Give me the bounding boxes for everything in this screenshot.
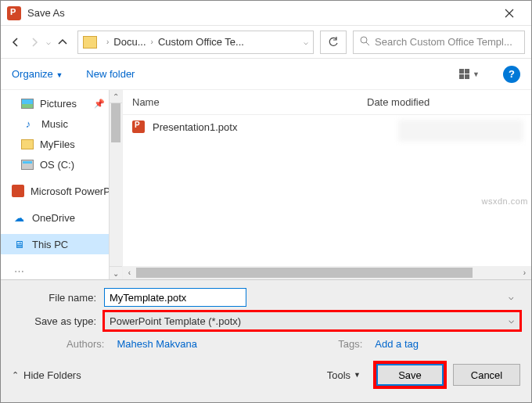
sidebar-item-label: Pictures	[40, 98, 77, 110]
search-icon	[360, 36, 370, 49]
navigation-pane: Pictures📌 ♪Music MyFiles OS (C:) Microso…	[1, 90, 122, 279]
arrow-left-icon	[10, 37, 21, 48]
breadcrumb-seg-2[interactable]: Custom Office Te...	[158, 36, 244, 48]
hide-folders-label: Hide Folders	[23, 369, 81, 381]
sidebar-item-onedrive[interactable]: ☁OneDrive	[1, 207, 122, 228]
sidebar-item-os-c[interactable]: OS (C:)	[1, 154, 122, 175]
file-list-pane: Name Date modified Presentation1.potx ‹ …	[122, 90, 531, 279]
folder-icon	[21, 139, 34, 149]
new-folder-button[interactable]: New folder	[86, 68, 135, 80]
sidebar-item-label: MyFiles	[40, 139, 75, 150]
tags-value[interactable]: Add a tag	[375, 338, 419, 350]
close-icon	[505, 9, 514, 18]
tools-menu[interactable]: Tools ▼	[327, 369, 361, 381]
cancel-button[interactable]: Cancel	[453, 364, 520, 386]
breadcrumb-chevron-icon: ›	[146, 38, 158, 46]
blurred-date	[398, 120, 523, 142]
cloud-icon: ☁	[12, 211, 26, 224]
arrow-up-icon	[57, 37, 68, 48]
sidebar-item-label: Microsoft PowerPo	[31, 185, 116, 197]
music-icon: ♪	[21, 117, 35, 130]
scroll-left-icon[interactable]: ‹	[123, 266, 136, 279]
address-expand-icon[interactable]: ⌵	[304, 38, 308, 46]
help-button[interactable]: ?	[503, 66, 520, 83]
authors-value[interactable]: Mahesh Makvana	[117, 338, 197, 350]
scroll-down-icon[interactable]: ⌄	[110, 266, 122, 279]
sidebar-item-label: Music	[41, 118, 68, 130]
view-grid-icon	[459, 69, 469, 79]
organize-menu[interactable]: Organize ▼	[12, 68, 63, 80]
file-name: Presentation1.potx	[153, 121, 237, 133]
up-button[interactable]	[54, 34, 71, 51]
close-button[interactable]	[494, 1, 525, 26]
sidebar-scrollbar[interactable]: ⌃ ⌄	[109, 90, 122, 279]
folder-icon	[83, 36, 97, 49]
column-name-header[interactable]: Name	[132, 96, 367, 108]
potx-file-icon	[132, 121, 145, 133]
column-date-header[interactable]: Date modified	[367, 96, 430, 108]
sidebar-item-label: OneDrive	[32, 212, 75, 224]
saveastype-label: Save as type:	[12, 315, 104, 327]
disk-icon	[21, 160, 34, 170]
toolbar: Organize ▼ New folder ▼ ?	[1, 59, 531, 90]
saveastype-select[interactable]: PowerPoint Template (*.potx)	[104, 311, 520, 330]
view-options-button[interactable]: ▼	[459, 69, 480, 79]
chevron-down-icon: ▼	[354, 371, 361, 379]
svg-point-0	[361, 37, 367, 43]
network-icon: ⋯	[12, 264, 26, 277]
hscroll-thumb[interactable]	[136, 268, 473, 278]
filename-input[interactable]	[104, 288, 246, 307]
chevron-down-icon: ▼	[473, 70, 480, 78]
watermark: wsxdn.com	[481, 196, 528, 206]
chevron-up-icon: ⌃	[12, 370, 19, 380]
sidebar-item-powerpoint[interactable]: Microsoft PowerPo	[1, 181, 122, 201]
help-icon: ?	[509, 68, 515, 80]
authors-label: Authors:	[66, 338, 104, 350]
search-placeholder: Search Custom Office Templ...	[375, 36, 512, 48]
nav-bar: ⌵ › Docu... › Custom Office Te... ⌵ Sear…	[1, 26, 531, 59]
save-button[interactable]: Save	[376, 364, 444, 386]
sidebar-item-pictures[interactable]: Pictures📌	[1, 93, 122, 113]
address-bar[interactable]: › Docu... › Custom Office Te... ⌵	[77, 31, 314, 54]
sidebar-item-this-pc[interactable]: 🖥This PC	[1, 234, 122, 254]
sidebar-item-label: This PC	[32, 239, 68, 250]
titlebar: Save As	[1, 1, 531, 26]
pc-icon: 🖥	[12, 238, 26, 250]
refresh-button[interactable]	[320, 31, 347, 54]
arrow-right-icon	[29, 37, 40, 48]
scroll-thumb[interactable]	[111, 103, 120, 142]
sidebar-item-network[interactable]: ⋯	[1, 261, 122, 279]
chevron-down-icon: ▼	[56, 71, 63, 79]
pin-icon: 📌	[94, 99, 105, 109]
scroll-right-icon[interactable]: ›	[518, 266, 531, 279]
breadcrumb-chevron-icon: ›	[102, 38, 113, 46]
horizontal-scrollbar[interactable]: ‹ ›	[123, 266, 531, 279]
scroll-up-icon[interactable]: ⌃	[110, 90, 122, 103]
filename-label: File name:	[12, 292, 104, 304]
main-area: Pictures📌 ♪Music MyFiles OS (C:) Microso…	[1, 90, 531, 279]
sidebar-item-myfiles[interactable]: MyFiles	[1, 134, 122, 154]
search-input[interactable]: Search Custom Office Templ...	[353, 31, 525, 54]
powerpoint-icon	[7, 6, 21, 20]
tags-label: Tags:	[338, 338, 362, 350]
sidebar-item-music[interactable]: ♪Music	[1, 113, 122, 134]
pictures-icon	[21, 99, 34, 109]
powerpoint-icon	[12, 185, 24, 197]
recent-locations-dropdown[interactable]: ⌵	[45, 38, 52, 46]
forward-button[interactable]	[26, 34, 43, 51]
form-panel: File name: Save as type: PowerPoint Temp…	[1, 279, 531, 403]
sidebar-item-label: OS (C:)	[40, 159, 74, 171]
back-button[interactable]	[7, 34, 24, 51]
column-headers: Name Date modified	[123, 90, 531, 115]
hide-folders-button[interactable]: ⌃ Hide Folders	[12, 369, 81, 381]
breadcrumb-seg-1[interactable]: Docu...	[113, 36, 146, 48]
window-title: Save As	[27, 7, 65, 19]
refresh-icon	[328, 37, 339, 48]
